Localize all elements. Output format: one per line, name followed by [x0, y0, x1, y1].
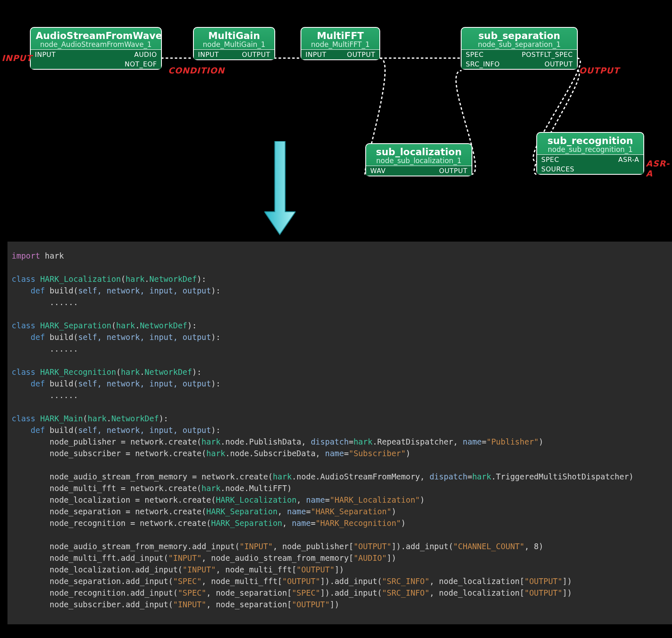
- ext-label-asr: ASR-A: [646, 159, 672, 178]
- port-left[interactable]: SOURCES: [541, 165, 574, 173]
- node-title: AudioStreamFromWave: [36, 30, 156, 41]
- port-right[interactable]: POSTFLT_SPEC: [522, 51, 573, 59]
- node-subtitle: node_MultiGain_1: [199, 40, 269, 49]
- port-left[interactable]: INPUT: [198, 51, 219, 59]
- node-subtitle: node_sub_recognition_1: [542, 145, 638, 154]
- node-multi-fft[interactable]: MultiFFT node_MultiFFT_1 INPUT OUTPUT: [301, 27, 380, 60]
- node-title: MultiGain: [199, 30, 269, 41]
- port-right[interactable]: NOT_EOF: [125, 60, 157, 68]
- node-title: sub_localization: [371, 147, 467, 157]
- port-right[interactable]: ASR-A: [618, 156, 639, 164]
- node-subtitle: node_MultiFFT_1: [306, 40, 374, 49]
- node-multi-gain[interactable]: MultiGain node_MultiGain_1 INPUT OUTPUT: [193, 27, 275, 60]
- node-title: MultiFFT: [306, 30, 374, 41]
- node-title: sub_separation: [467, 30, 572, 41]
- port-left[interactable]: WAV: [370, 167, 386, 175]
- port-right[interactable]: OUTPUT: [439, 167, 467, 175]
- down-arrow-icon: [264, 141, 296, 237]
- ext-label-output: OUTPUT: [579, 66, 619, 76]
- ext-label-input: INPUT: [2, 53, 32, 63]
- port-left[interactable]: INPUT: [305, 51, 326, 59]
- port-left[interactable]: INPUT: [35, 51, 56, 59]
- node-sub-recognition[interactable]: sub_recognition node_sub_recognition_1 S…: [536, 132, 644, 175]
- trailing-ellipsis: ......: [10, 632, 48, 638]
- port-left[interactable]: SRC_INFO: [466, 60, 500, 68]
- code-block: import hark class HARK_Localization(hark…: [7, 242, 672, 624]
- ext-label-condition: CONDITION: [168, 66, 225, 76]
- node-subtitle: node_sub_localization_1: [371, 156, 467, 165]
- node-graph-diagram: .w{fill:none;stroke:#fff;stroke-width:3;…: [0, 0, 672, 191]
- node-subtitle: node_sub_separation_1: [467, 40, 572, 49]
- node-sub-separation[interactable]: sub_separation node_sub_separation_1 SPE…: [461, 27, 578, 70]
- node-sub-localization[interactable]: sub_localization node_sub_localization_1…: [365, 143, 472, 176]
- node-audio-stream-from-wave[interactable]: AudioStreamFromWave node_AudioStreamFrom…: [30, 27, 162, 70]
- kw-import: import: [12, 251, 40, 260]
- port-right[interactable]: OUTPUT: [347, 51, 375, 59]
- port-right[interactable]: AUDIO: [134, 51, 157, 59]
- port-left[interactable]: SPEC: [541, 156, 559, 164]
- node-subtitle: node_AudioStreamFromWave_1: [36, 40, 156, 49]
- port-right[interactable]: OUTPUT: [545, 60, 573, 68]
- port-right[interactable]: OUTPUT: [242, 51, 270, 59]
- node-title: sub_recognition: [542, 135, 638, 146]
- port-left[interactable]: SPEC: [466, 51, 484, 59]
